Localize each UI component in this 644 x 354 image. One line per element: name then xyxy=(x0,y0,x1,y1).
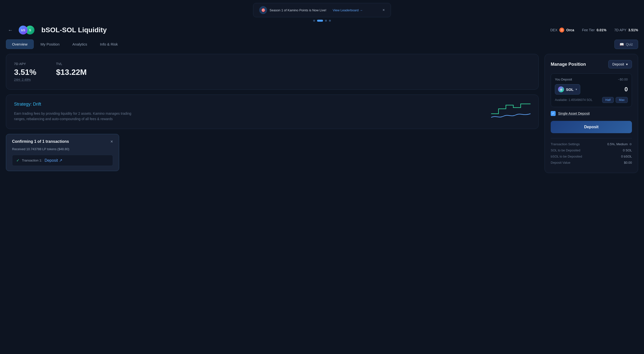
max-button[interactable]: Max xyxy=(616,97,628,103)
tab-analytics[interactable]: Analytics xyxy=(66,40,93,49)
fee-tier-info: Fee Tier 0.01% xyxy=(582,28,606,32)
apy-stat: 7D APY 3.51% 24H: 2.49% xyxy=(14,62,36,82)
tab-overview[interactable]: Overview xyxy=(6,40,34,49)
manage-position-card: Manage Position Deposit ▾ You Deposit ~$… xyxy=(544,54,638,173)
pool-title: bSOL-SOL Liquidity xyxy=(41,26,106,34)
sol-token-icon: ◎ xyxy=(558,86,564,92)
back-button[interactable]: ← xyxy=(6,26,15,34)
tab-info-risk[interactable]: Info & Risk xyxy=(94,40,124,49)
tx-label: Transaction 1: xyxy=(22,158,42,162)
dot-4[interactable] xyxy=(329,20,331,22)
strategy-card: Strategy: Drift Earn trading fees by pro… xyxy=(6,94,539,129)
carousel-dots xyxy=(0,20,644,22)
banner-icon: 🎯 xyxy=(259,6,267,14)
confirm-header: Confirming 1 of 1 transactions × xyxy=(12,139,113,144)
chart-decoration xyxy=(491,99,530,124)
deposit-value: $0.00 xyxy=(624,161,632,164)
dot-1[interactable] xyxy=(313,20,315,22)
confirm-tx-row: ✓ Transaction 1: Deposit ↗ xyxy=(12,155,113,166)
strategy-highlight: Drift xyxy=(33,102,41,106)
apy-info: 7D APY 3.51% xyxy=(614,28,638,32)
manage-title: Manage Position xyxy=(551,62,586,67)
manage-header: Manage Position Deposit ▾ xyxy=(551,60,632,68)
announcement-banner: 🎯 Season 1 of Kamino Points is Now Live!… xyxy=(253,3,391,17)
fee-tier-label: Fee Tier xyxy=(582,28,594,32)
deposit-value-label: Deposit Value xyxy=(551,161,570,164)
tx-arrow-icon: ↗ xyxy=(59,158,62,162)
confirm-title: Confirming 1 of 1 transactions xyxy=(12,139,69,144)
tab-my-position[interactable]: My Position xyxy=(35,40,66,49)
sol-deposited-label: SOL to be Deposited xyxy=(551,148,580,152)
dot-2[interactable] xyxy=(317,20,323,22)
banner-text: Season 1 of Kamino Points is Now Live! xyxy=(270,8,326,12)
dot-3[interactable] xyxy=(325,20,327,22)
apy-stat-sub: 24H: 2.49% xyxy=(14,78,36,82)
pool-icons: bS S xyxy=(19,26,34,34)
left-panel: 7D APY 3.51% 24H: 2.49% TVL $13.22M Stra… xyxy=(6,54,539,173)
single-asset-row: ✓ Single Asset Deposit xyxy=(551,111,632,116)
bsol-deposited-label: bSOL to be Deposited xyxy=(551,154,582,158)
tx-settings-value: 0.5%, Medium ⚙ xyxy=(607,142,632,146)
tx-check-icon: ✓ xyxy=(16,158,20,163)
bsol-deposited-value: 0 bSOL xyxy=(621,154,632,158)
header-right: DEX O Orca Fee Tier 0.01% 7D APY 3.51% xyxy=(550,28,638,32)
apy-label: 7D APY xyxy=(614,28,626,32)
dex-info: DEX O Orca xyxy=(550,28,574,32)
stats-card: 7D APY 3.51% 24H: 2.49% TVL $13.22M xyxy=(6,54,539,90)
tvl-stat-value: $13.22M xyxy=(56,68,87,77)
quiz-label: Quiz xyxy=(626,42,633,46)
apy-stat-value: 3.51% xyxy=(14,68,36,77)
fee-tier-value: 0.01% xyxy=(597,28,606,32)
confirm-close-button[interactable]: × xyxy=(110,139,113,144)
tx-settings-section: Transaction Settings 0.5%, Medium ⚙ SOL … xyxy=(551,138,632,164)
token-selector[interactable]: ◎ SOL ▾ xyxy=(555,84,580,94)
tvl-stat-label: TVL xyxy=(56,62,87,66)
strategy-title: Strategy: Drift xyxy=(14,102,530,107)
header-left: ← bS S bSOL-SOL Liquidity xyxy=(6,26,106,34)
orca-icon: O xyxy=(559,28,564,32)
nav-tabs: Overview My Position Analytics Info & Ri… xyxy=(0,40,644,54)
tx-settings-label: Transaction Settings xyxy=(551,142,580,146)
tvl-stat: TVL $13.22M xyxy=(56,62,87,82)
tx-settings-row: Transaction Settings 0.5%, Medium ⚙ xyxy=(551,142,632,146)
half-button[interactable]: Half xyxy=(602,97,614,103)
single-asset-checkbox[interactable]: ✓ xyxy=(551,111,556,116)
bsol-deposited-row: bSOL to be Deposited 0 bSOL xyxy=(551,154,632,158)
available-text: Available: 1.455496074 SOL xyxy=(555,98,592,102)
quiz-button[interactable]: 📖 Quiz xyxy=(614,40,638,49)
tx-link-text: Deposit xyxy=(44,158,58,162)
deposit-input-header: You Deposit ~$0.00 xyxy=(555,78,628,81)
quiz-icon: 📖 xyxy=(620,42,624,46)
deposit-label: You Deposit xyxy=(555,78,572,81)
dex-label: DEX xyxy=(550,28,557,32)
quick-buttons: Half Max xyxy=(602,97,628,103)
gear-icon[interactable]: ⚙ xyxy=(629,142,632,146)
token-chevron-icon: ▾ xyxy=(576,88,577,91)
amount-input[interactable] xyxy=(598,86,628,93)
strategy-description: Earn trading fees by providing liquidity… xyxy=(14,111,137,122)
bsol-icon: bS xyxy=(19,26,28,34)
page-header: ← bS S bSOL-SOL Liquidity DEX O Orca Fee… xyxy=(0,26,644,40)
deposit-input-area: You Deposit ~$0.00 ◎ SOL ▾ Available: 1.… xyxy=(551,73,632,107)
apy-value: 3.51% xyxy=(628,28,638,32)
stats-row: 7D APY 3.51% 24H: 2.49% TVL $13.22M xyxy=(14,62,530,82)
available-row: Available: 1.455496074 SOL Half Max xyxy=(555,97,628,103)
banner-link[interactable]: View Leaderboard → xyxy=(333,8,363,12)
confirm-modal: Confirming 1 of 1 transactions × Receive… xyxy=(6,134,119,171)
banner-close-button[interactable]: × xyxy=(382,8,385,12)
token-input-row: ◎ SOL ▾ xyxy=(555,84,628,94)
deposit-usd-value: ~$0.00 xyxy=(618,78,628,81)
apy-stat-label: 7D APY xyxy=(14,62,36,66)
deposit-button[interactable]: Deposit xyxy=(551,121,632,133)
dex-name: Orca xyxy=(566,28,574,32)
deposit-value-row: Deposit Value $0.00 xyxy=(551,161,632,164)
dropdown-arrow-icon: ▾ xyxy=(626,62,628,66)
tx-link[interactable]: Deposit ↗ xyxy=(44,158,62,163)
deposit-dropdown[interactable]: Deposit ▾ xyxy=(608,60,632,68)
tx-settings-text: 0.5%, Medium xyxy=(607,142,628,146)
strategy-prefix: Strategy: xyxy=(14,102,33,106)
confirm-subtitle: Received 10.743788 LP tokens ($48.80) xyxy=(12,147,113,151)
main-layout: 7D APY 3.51% 24H: 2.49% TVL $13.22M Stra… xyxy=(0,54,644,173)
sol-deposited-row: SOL to be Deposited 0 SOL xyxy=(551,148,632,152)
sol-deposited-value: 0 SOL xyxy=(623,148,632,152)
